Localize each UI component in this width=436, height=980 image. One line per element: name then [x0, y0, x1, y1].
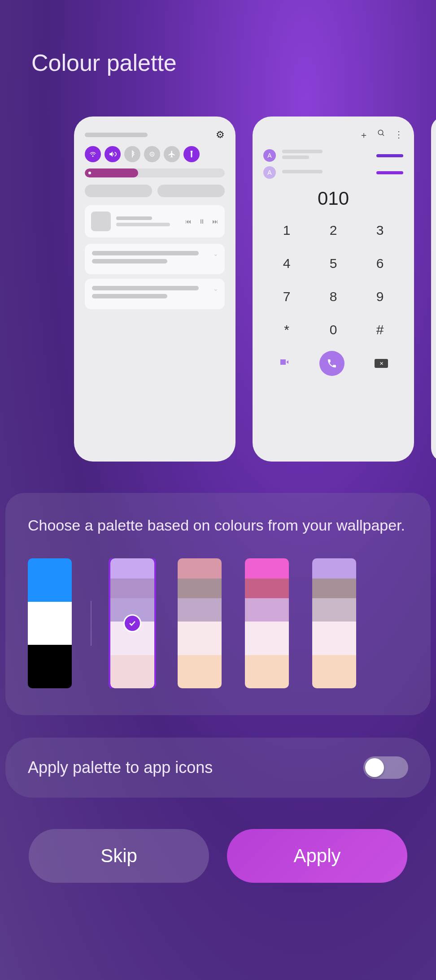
wifi-icon: [85, 146, 101, 162]
next-icon: ⏭: [212, 218, 218, 225]
dial-key: #: [357, 313, 403, 346]
flashlight-icon: [183, 146, 200, 162]
page-title: Colour palette: [0, 0, 436, 94]
chevron-down-icon: ⌄: [213, 285, 218, 292]
avatar: A: [263, 166, 276, 179]
palette-swatches: [28, 558, 408, 688]
dial-key: 4: [263, 247, 310, 280]
sound-icon: [105, 146, 121, 162]
pause-icon: ⏸: [199, 218, 205, 225]
dial-display: 010: [263, 188, 403, 209]
svg-point-2: [378, 130, 383, 135]
backspace-icon: ✕: [375, 359, 388, 368]
svg-point-1: [152, 154, 153, 155]
svg-line-3: [382, 134, 384, 136]
dial-key: 2: [310, 214, 357, 247]
dial-key: 5: [310, 247, 357, 280]
palette-divider: [91, 601, 92, 646]
qs-pill: [157, 185, 225, 197]
avatar: A: [263, 149, 276, 162]
search-icon: [377, 129, 385, 141]
notif-card: ⌄: [85, 244, 225, 274]
airplane-icon: [164, 146, 180, 162]
apply-button[interactable]: Apply: [227, 829, 407, 883]
palette-swatch-basic[interactable]: [28, 558, 72, 688]
check-icon: [123, 614, 141, 632]
toggle-knob: [365, 758, 384, 777]
bluetooth-icon: [124, 146, 140, 162]
qs-pill: [85, 185, 152, 197]
action-buttons: Skip Apply: [29, 829, 407, 883]
dial-key: 1: [263, 214, 310, 247]
notif-card: ⌄: [85, 279, 225, 309]
skip-button[interactable]: Skip: [29, 829, 209, 883]
palette-swatch-rose[interactable]: [178, 558, 222, 688]
prev-icon: ⏮: [185, 218, 192, 225]
preview-carousel[interactable]: ⚙ ⏮⏸⏭ ⌄ ⌄ ＋ ⋮: [0, 94, 436, 462]
palette-panel: Choose a palette based on colours from y…: [5, 493, 431, 715]
rotate-icon: [144, 146, 160, 162]
quick-toggles: [85, 146, 225, 162]
more-icon: ⋮: [394, 129, 403, 141]
album-art: [91, 212, 111, 231]
apply-icons-label: Apply palette to app icons: [28, 758, 213, 777]
apply-icons-toggle[interactable]: [363, 756, 408, 779]
media-player-card: ⏮⏸⏭: [85, 205, 225, 237]
dial-key: 0: [310, 313, 357, 346]
add-icon: ＋: [359, 129, 368, 141]
palette-description: Choose a palette based on colours from y…: [28, 515, 408, 536]
preview-quick-settings: ⚙ ⏮⏸⏭ ⌄ ⌄: [74, 117, 235, 462]
gear-icon: ⚙: [216, 129, 225, 141]
preview-settings: Set: [431, 117, 436, 462]
dial-key: 8: [310, 280, 357, 313]
dial-key: 3: [357, 214, 403, 247]
call-button: [319, 351, 344, 376]
contact-suggestion: A: [263, 149, 403, 162]
palette-swatch-mauve[interactable]: [312, 558, 356, 688]
dial-key: 9: [357, 280, 403, 313]
contact-suggestion: A: [263, 166, 403, 179]
palette-swatch-fuchsia[interactable]: [245, 558, 289, 688]
chevron-down-icon: ⌄: [213, 250, 218, 257]
dial-key: 6: [357, 247, 403, 280]
brightness-slider: [85, 168, 225, 177]
dial-key: *: [263, 313, 310, 346]
palette-swatch-lavender[interactable]: [110, 558, 154, 688]
notif-title-placeholder: [85, 133, 148, 137]
apply-icons-row[interactable]: Apply palette to app icons: [5, 738, 431, 798]
preview-dialer: ＋ ⋮ A A 010 1 2 3 4 5 6 7 8 9: [253, 117, 414, 462]
video-call-icon: [279, 357, 289, 370]
dial-keypad: 1 2 3 4 5 6 7 8 9 * 0 #: [263, 214, 403, 346]
dial-key: 7: [263, 280, 310, 313]
